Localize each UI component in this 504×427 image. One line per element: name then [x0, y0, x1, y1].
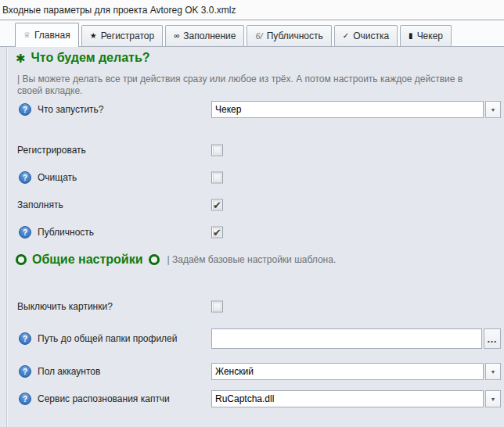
field-label: Пол аккаунтов: [38, 366, 100, 377]
tab-label: Заполнение: [183, 30, 236, 41]
tab-strip: ♕ Главная ★ Регистратор ∞ Заполнение 6/ …: [0, 20, 504, 47]
field-row-disable-images: Выключить картинки? ✔: [0, 296, 504, 317]
dropdown-button[interactable]: ▼: [485, 363, 501, 380]
ring-icon: [149, 254, 160, 265]
profiles-path-input[interactable]: [211, 328, 482, 349]
register-checkbox[interactable]: ✔: [211, 145, 223, 156]
field-row-fill: Заполнять ✔: [0, 195, 504, 215]
section-title: Что будем делать?: [31, 51, 150, 65]
section-description: | Задаём базовые настройки шаблона.: [167, 254, 337, 265]
field-label: Регистрировать: [17, 145, 86, 156]
field-label: Что запустить?: [38, 104, 104, 115]
chevron-down-icon: ▼: [491, 369, 496, 375]
checkmark-icon: ✓: [343, 32, 349, 40]
field-row-run-what: ? Что запустить? Чекер ▼: [0, 99, 504, 120]
tab-label: Главная: [34, 30, 70, 41]
help-icon[interactable]: ?: [19, 332, 31, 345]
help-icon[interactable]: ?: [19, 393, 31, 405]
profiles-path-control: …: [211, 328, 501, 349]
tab-label: Очистка: [353, 30, 389, 41]
disable-images-checkbox[interactable]: ✔: [211, 301, 223, 313]
combobox-value[interactable]: Женский: [211, 363, 484, 380]
tab-publicity[interactable]: 6/ Публичность: [247, 25, 331, 46]
checkmark-icon: ✔: [212, 227, 222, 238]
gender-combobox[interactable]: Женский ▼: [211, 363, 501, 380]
crown-icon: ♕: [23, 31, 31, 39]
field-row-register: Регистрировать ✔: [0, 140, 504, 160]
window-title: Входные параметры для проекта Avtoreg OK…: [2, 5, 236, 16]
help-icon[interactable]: ?: [19, 103, 31, 116]
section-header-general: Общие настройки | Задаём базовые настрой…: [16, 253, 336, 267]
field-row-profiles-path: ? Путь до общей папки профилей …: [0, 327, 504, 350]
tab-fill[interactable]: ∞ Заполнение: [165, 25, 244, 46]
infinity-icon: ∞: [174, 32, 179, 40]
tab-checker[interactable]: ▮ Чекер: [400, 25, 452, 46]
combobox-value[interactable]: RuCaptcha.dll: [211, 390, 484, 407]
ring-icon: [16, 254, 27, 265]
dropdown-button[interactable]: ▼: [485, 390, 501, 407]
field-row-gender: ? Пол аккаунтов Женский ▼: [0, 361, 504, 382]
star-icon: ✱: [16, 52, 26, 64]
field-row-publicity: ? Публичность ✔: [0, 222, 504, 242]
section-description: | Вы можете делать все три действия сраз…: [17, 74, 465, 97]
section-title: Общие настройки: [32, 253, 143, 267]
field-label: Путь до общей папки профилей: [38, 333, 190, 345]
help-icon[interactable]: ?: [19, 226, 31, 239]
glasses-icon: 6/: [255, 32, 262, 40]
fill-checkbox[interactable]: ✔: [211, 199, 223, 211]
tab-registrator[interactable]: ★ Регистратор: [81, 25, 164, 46]
chevron-down-icon: ▼: [491, 107, 496, 113]
section-header-main: ✱ Что будем делать?: [16, 51, 150, 65]
block-icon: ▮: [409, 32, 413, 40]
field-row-captcha-service: ? Сервис распознования каптчи RuCaptcha.…: [0, 389, 504, 409]
field-label: Сервис распознования каптчи: [38, 393, 170, 404]
tab-main[interactable]: ♕ Главная: [15, 23, 79, 47]
dropdown-button[interactable]: ▼: [485, 101, 501, 118]
help-icon[interactable]: ?: [19, 171, 31, 184]
tab-label: Регистратор: [101, 30, 155, 41]
tab-label: Публичность: [267, 30, 323, 41]
field-row-clean: ? Очищать ✔: [0, 167, 504, 188]
window-title-bar: Входные параметры для проекта Avtoreg OK…: [0, 0, 504, 20]
captcha-service-combobox[interactable]: RuCaptcha.dll ▼: [211, 390, 501, 407]
chevron-down-icon: ▼: [491, 396, 496, 402]
help-icon[interactable]: ?: [19, 365, 31, 378]
star-icon: ★: [90, 32, 97, 40]
tab-label: Чекер: [417, 30, 443, 41]
field-label: Публичность: [38, 227, 94, 238]
field-label: Выключить картинки?: [17, 301, 113, 312]
run-what-combobox[interactable]: Чекер ▼: [211, 101, 501, 118]
tab-page-main: ✱ Что будем делать? | Вы можете делать в…: [0, 47, 504, 427]
publicity-checkbox[interactable]: ✔: [211, 227, 223, 239]
field-label: Очищать: [38, 172, 77, 183]
browse-button[interactable]: …: [484, 328, 501, 349]
tab-cleanup[interactable]: ✓ Очистка: [334, 25, 398, 46]
checkmark-icon: ✔: [212, 199, 222, 210]
combobox-value[interactable]: Чекер: [211, 101, 484, 118]
field-label: Заполнять: [17, 199, 63, 210]
clean-checkbox[interactable]: ✔: [211, 172, 223, 184]
